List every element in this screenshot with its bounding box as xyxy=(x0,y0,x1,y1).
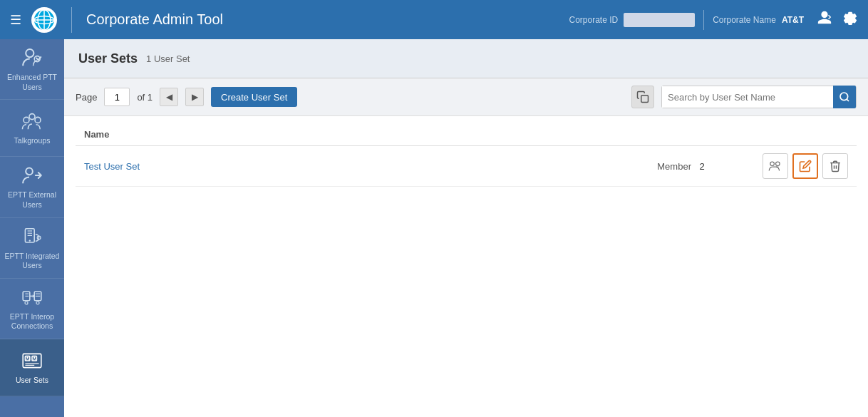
sidebar-item-eptt-integrated-users[interactable]: EPTT Integrated Users xyxy=(0,218,64,279)
settings-icon[interactable] xyxy=(842,10,858,29)
sidebar-item-eptt-interop-connections[interactable]: EPTT Interop Connections xyxy=(0,279,64,339)
corp-name-value: AT&T xyxy=(782,15,804,25)
header-vert-divider xyxy=(703,10,704,30)
search-input[interactable] xyxy=(662,86,833,108)
row-name-cell: Test User Set xyxy=(76,146,163,187)
svg-point-10 xyxy=(26,168,33,175)
table-row: Test User Set Member 2 xyxy=(76,146,857,187)
next-page-button[interactable]: ▶ xyxy=(185,88,204,106)
svg-point-9 xyxy=(35,118,41,123)
prev-page-button[interactable]: ◀ xyxy=(160,88,178,106)
page-number-input[interactable] xyxy=(104,88,130,106)
sidebar-item-user-sets[interactable]: User Sets xyxy=(0,339,64,396)
page-header: User Sets 1 User Set xyxy=(64,39,868,78)
sidebar-item-label-eptt-integrated: EPTT Integrated Users xyxy=(3,252,61,271)
toolbar: Page of 1 ◀ ▶ Create User Set xyxy=(64,78,868,116)
menu-icon[interactable]: ☰ xyxy=(10,12,21,28)
page-of-label: of 1 xyxy=(137,92,153,103)
header-divider xyxy=(71,7,72,33)
col-name: Name xyxy=(76,123,163,146)
svg-point-38 xyxy=(776,162,780,166)
member-label: Member xyxy=(657,161,691,172)
create-user-set-button[interactable]: Create User Set xyxy=(211,87,297,107)
sidebar-item-label-eptt-interop: EPTT Interop Connections xyxy=(3,312,61,331)
user-icon[interactable] xyxy=(817,10,832,29)
sidebar-item-label-eptt-external: EPTT External Users xyxy=(3,190,61,210)
svg-point-7 xyxy=(24,118,29,123)
search-box xyxy=(661,86,857,108)
app-title: Corporate Admin Tool xyxy=(86,11,559,28)
svg-line-36 xyxy=(847,99,849,101)
page-title: User Sets xyxy=(78,51,138,66)
sidebar-item-talkgroups[interactable]: Talkgroups xyxy=(0,100,64,157)
sidebar-item-label-user-sets: User Sets xyxy=(16,376,48,386)
page-label: Page xyxy=(76,92,97,103)
user-sets-table: Name Test User Set Member 2 xyxy=(76,123,857,187)
action-buttons xyxy=(742,153,848,179)
row-spacer xyxy=(163,146,632,187)
col-actions xyxy=(733,123,857,146)
svg-point-15 xyxy=(29,240,31,241)
table-area: Name Test User Set Member 2 xyxy=(64,116,868,417)
sidebar-item-label-enhanced-ptt: Enhanced PTT Users xyxy=(3,73,61,92)
corp-id-label: Corporate ID xyxy=(569,15,618,25)
svg-point-8 xyxy=(29,114,35,120)
att-logo xyxy=(31,7,57,33)
header-right: Corporate ID Corporate Name AT&T xyxy=(569,10,858,30)
col-member xyxy=(631,123,733,146)
search-button[interactable] xyxy=(833,86,856,108)
sidebar-item-eptt-external-users[interactable]: EPTT External Users xyxy=(0,157,64,217)
corp-name-label: Corporate Name xyxy=(713,15,776,25)
row-actions-cell xyxy=(733,146,857,187)
row-member-cell: Member 2 xyxy=(631,146,733,187)
member-count: 2 xyxy=(700,161,705,172)
view-members-button[interactable] xyxy=(763,153,788,179)
header: ☰ Corporate Admin Tool Corporate ID Corp… xyxy=(0,0,868,39)
svg-point-35 xyxy=(840,93,848,101)
svg-point-25 xyxy=(25,302,28,304)
user-set-name-link[interactable]: Test User Set xyxy=(84,161,140,172)
svg-point-33 xyxy=(33,357,35,359)
sidebar-item-label-talkgroups: Talkgroups xyxy=(14,136,51,146)
main-content: User Sets 1 User Set Page of 1 ◀ ▶ Creat… xyxy=(64,39,868,417)
page-subtitle: 1 User Set xyxy=(146,53,190,64)
svg-rect-34 xyxy=(641,96,649,103)
svg-point-37 xyxy=(770,162,775,166)
sidebar: Enhanced PTT Users Talkgroups EPTT Exter… xyxy=(0,39,64,417)
layout: Enhanced PTT Users Talkgroups EPTT Exter… xyxy=(0,39,868,417)
edit-button[interactable] xyxy=(792,153,818,179)
sidebar-item-enhanced-ptt-users[interactable]: Enhanced PTT Users xyxy=(0,39,64,100)
svg-point-32 xyxy=(26,357,28,359)
svg-point-5 xyxy=(26,49,33,57)
delete-button[interactable] xyxy=(822,153,848,179)
svg-point-26 xyxy=(36,302,39,304)
copy-button[interactable] xyxy=(631,86,654,108)
corp-id-value xyxy=(624,13,695,27)
